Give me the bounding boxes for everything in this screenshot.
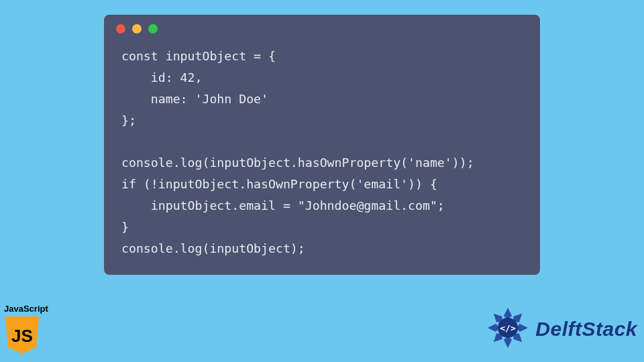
svg-text:JS: JS <box>11 326 33 346</box>
window-close-icon <box>116 24 125 34</box>
code-window: const inputObject = { id: 42, name: 'Joh… <box>104 15 540 275</box>
javascript-shield-icon: JS <box>4 315 48 355</box>
window-maximize-icon <box>148 24 158 34</box>
svg-text:</>: </> <box>500 323 517 333</box>
javascript-badge: JavaScript JS <box>4 304 48 355</box>
window-minimize-icon <box>132 24 142 34</box>
javascript-label: JavaScript <box>4 304 48 314</box>
window-titlebar <box>104 15 540 39</box>
delftstack-logo-icon: </> <box>484 304 531 354</box>
delftstack-name: DelftStack <box>535 318 637 341</box>
delftstack-brand: </> DelftStack <box>484 304 637 354</box>
code-block: const inputObject = { id: 42, name: 'Joh… <box>104 39 540 263</box>
